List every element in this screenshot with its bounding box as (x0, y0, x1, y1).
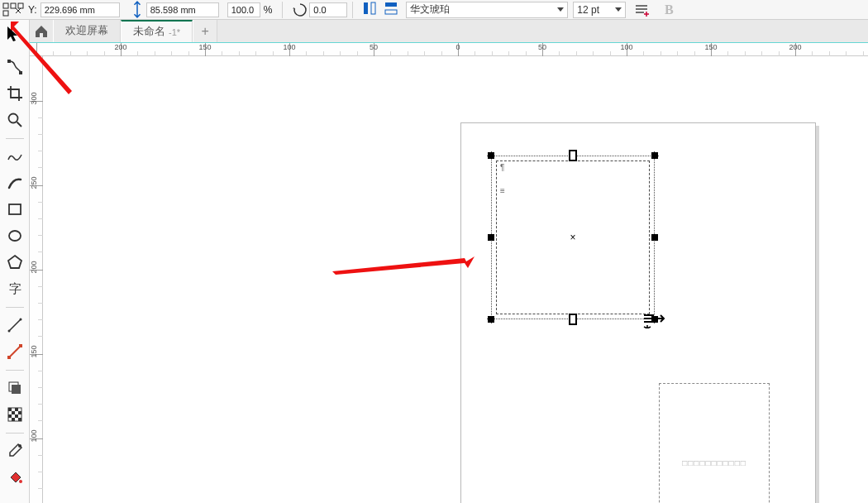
ruler-h-label: 200 (789, 43, 801, 51)
ruler-h-label: 50 (538, 43, 546, 51)
tab-document-suffix: -1* (169, 27, 180, 37)
tab-welcome-label: 欢迎屏幕 (65, 24, 108, 38)
separator (352, 2, 353, 18)
svg-point-19 (7, 330, 10, 333)
artistic-media-tool-icon[interactable] (2, 170, 28, 195)
percent-label: % (264, 4, 273, 16)
height-input[interactable]: 85.598 mm (146, 2, 219, 17)
canvas[interactable]: × ¶ ≡ □□□□□□□□□□□ (43, 56, 868, 503)
y-coordinate-input[interactable]: 229.696 mm (41, 2, 120, 17)
separator (282, 2, 283, 18)
ruler-h-label: 50 (370, 43, 378, 51)
selected-text-frame[interactable]: × ¶ ≡ (496, 160, 650, 314)
svg-point-36 (19, 480, 22, 483)
tab-welcome[interactable]: 欢迎屏幕 (53, 20, 121, 42)
text-tool-icon[interactable]: 字 (2, 276, 28, 301)
toolbox-separator (2, 134, 28, 142)
tab-document-label: 未命名 (133, 25, 165, 39)
ruler-horizontal[interactable]: 20015010050050100150200 (30, 43, 868, 56)
connector-tool-icon[interactable] (2, 339, 28, 364)
svg-rect-8 (385, 2, 397, 7)
toolbox-separator (2, 303, 28, 311)
svg-rect-23 (19, 344, 22, 347)
ruler-vertical[interactable]: 300250200150100 (30, 56, 43, 503)
svg-rect-3 (18, 3, 23, 8)
height-icon (131, 2, 143, 17)
ruler-h-label: 100 (283, 43, 295, 51)
drop-shadow-tool-icon[interactable] (2, 376, 28, 400)
polygon-tool-icon[interactable] (2, 250, 28, 275)
linked-text-frame[interactable]: □□□□□□□□□□□ (659, 383, 770, 503)
text-flow-handle-top[interactable] (569, 150, 577, 161)
zoom-tool-icon[interactable] (2, 108, 28, 132)
svg-text:字: 字 (9, 281, 21, 295)
tab-add[interactable]: + (193, 20, 217, 42)
paragraph-mark-icon: ¶ (500, 163, 504, 172)
svg-rect-34 (18, 418, 21, 421)
ruler-h-label: 150 (704, 43, 717, 51)
font-family-dropdown[interactable]: 华文琥珀 (406, 2, 568, 18)
dimension-tool-icon[interactable] (2, 313, 28, 338)
chevron-down-icon (557, 7, 564, 12)
column-mark-icon: ≡ (500, 186, 505, 195)
svg-rect-32 (15, 414, 18, 418)
document-tabs: 欢迎屏幕 未命名 -1* + (0, 20, 868, 43)
placeholder-text: □□□□□□□□□□□ (666, 458, 762, 467)
mirror-vertical-icon[interactable] (383, 0, 399, 19)
freehand-tool-icon[interactable] (2, 144, 28, 169)
ruler-v-label: 100 (30, 429, 38, 443)
object-origin-icon[interactable] (2, 2, 25, 18)
svg-line-18 (9, 319, 21, 331)
svg-rect-2 (3, 11, 8, 16)
scale-percent-input[interactable]: 100.0 (227, 2, 260, 17)
svg-point-35 (18, 444, 21, 448)
eyedropper-tool-icon[interactable] (2, 438, 28, 463)
svg-rect-6 (364, 2, 368, 14)
font-family-value: 华文琥珀 (410, 2, 450, 17)
resize-handle-top-left[interactable] (488, 152, 494, 159)
font-size-value: 12 pt (577, 4, 599, 16)
mirror-horizontal-icon[interactable] (361, 0, 378, 19)
ellipse-tool-icon[interactable] (2, 223, 28, 248)
ruler-h-label: 100 (620, 43, 632, 51)
ruler-h-label: 200 (114, 43, 126, 51)
plus-icon: + (201, 24, 208, 39)
svg-point-15 (9, 231, 21, 241)
crop-tool-icon[interactable] (2, 81, 28, 106)
home-button[interactable] (30, 20, 53, 42)
shape-tool-icon[interactable] (2, 55, 28, 79)
rotation-input[interactable]: 0.0 (309, 2, 347, 17)
resize-handle-middle-left[interactable] (488, 234, 494, 241)
toolbox-separator (2, 429, 28, 437)
resize-handle-middle-right[interactable] (651, 234, 658, 241)
annotation-arrow-icon (332, 256, 481, 275)
font-size-dropdown[interactable]: 12 pt (573, 2, 626, 18)
svg-rect-31 (8, 414, 12, 418)
svg-point-20 (19, 319, 21, 321)
svg-rect-7 (371, 2, 375, 14)
text-overflow-handle[interactable] (642, 310, 667, 328)
resize-handle-top-right[interactable] (651, 152, 658, 159)
svg-rect-28 (15, 408, 18, 411)
fill-tool-icon[interactable] (2, 465, 28, 490)
text-options-icon[interactable] (632, 1, 651, 19)
text-flow-handle-bottom[interactable] (569, 314, 577, 325)
resize-handle-bottom-left[interactable] (488, 316, 494, 323)
tab-document[interactable]: 未命名 -1* (121, 20, 193, 42)
y-label: Y: (28, 4, 37, 16)
svg-marker-16 (8, 256, 21, 268)
svg-rect-0 (3, 3, 8, 8)
ruler-h-label: 0 (455, 43, 460, 51)
chevron-down-icon (615, 7, 622, 12)
mirror-buttons (361, 0, 399, 19)
svg-marker-37 (332, 256, 475, 275)
svg-rect-29 (12, 411, 15, 414)
rotation-icon (291, 1, 309, 19)
transparency-tool-icon[interactable] (2, 402, 28, 427)
rectangle-tool-icon[interactable] (2, 197, 28, 222)
ruler-v-label: 300 (30, 92, 38, 105)
svg-rect-14 (9, 204, 21, 214)
property-bar: Y: 229.696 mm 85.598 mm 100.0 % 0.0 华文琥珀… (0, 0, 868, 20)
bold-button[interactable]: B (659, 0, 679, 20)
svg-rect-10 (7, 60, 11, 63)
